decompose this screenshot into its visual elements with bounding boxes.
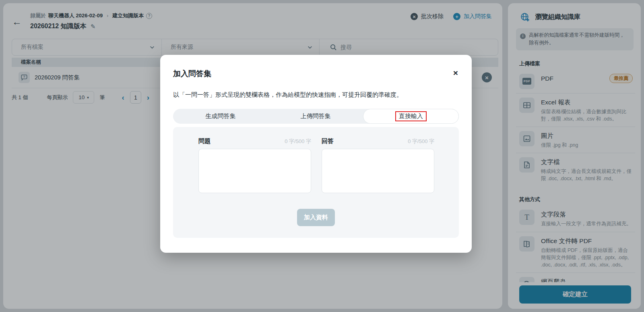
tab-label: 生成問答集 xyxy=(206,112,236,120)
answer-label: 回答 xyxy=(322,137,334,145)
modal-tab-bar: 生成問答集 上傳問答集 直接輸入 xyxy=(173,109,459,124)
answer-field: 回答 0 字/500 字 xyxy=(322,137,434,195)
close-icon[interactable]: × xyxy=(453,69,458,77)
answer-textarea[interactable] xyxy=(322,149,434,193)
direct-input-panel: 問題 0 字/500 字 回答 0 字/500 字 加入資料 xyxy=(173,127,459,238)
question-label: 問題 xyxy=(198,137,211,145)
tab-upload-qa[interactable]: 上傳問答集 xyxy=(268,109,363,124)
answer-counter: 0 字/500 字 xyxy=(408,138,434,145)
question-field: 問題 0 字/500 字 xyxy=(198,137,311,195)
annotation-highlight-box: 直接輸入 xyxy=(395,111,427,121)
tab-label: 直接輸入 xyxy=(399,112,423,119)
tab-generate-qa[interactable]: 生成問答集 xyxy=(173,109,268,124)
modal-description: 以「一問一答」形式呈現的雙欄表格，作為給模型的快速指南，可提升回覆的準確度。 xyxy=(173,91,402,99)
modal-title: 加入問答集 xyxy=(173,69,211,79)
question-counter: 0 字/500 字 xyxy=(285,138,311,145)
tab-label: 上傳問答集 xyxy=(301,112,331,120)
question-textarea[interactable] xyxy=(198,149,311,193)
add-data-button[interactable]: 加入資料 xyxy=(297,209,335,226)
add-qa-modal: 加入問答集 × 以「一問一答」形式呈現的雙欄表格，作為給模型的快速指南，可提升回… xyxy=(160,55,472,253)
tab-direct-input[interactable]: 直接輸入 xyxy=(363,109,459,124)
